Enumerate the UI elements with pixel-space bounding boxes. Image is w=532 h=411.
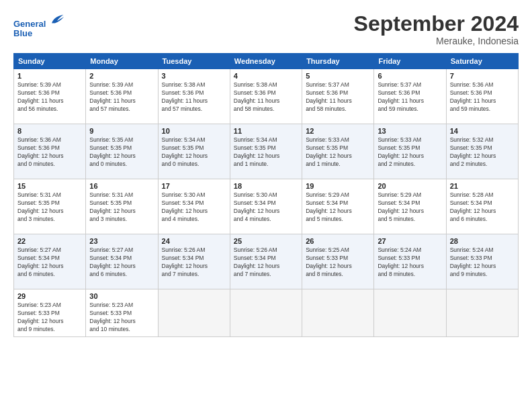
calendar-cell: 24Sunrise: 5:26 AM Sunset: 5:34 PM Dayli… xyxy=(158,234,230,289)
calendar-cell: 17Sunrise: 5:30 AM Sunset: 5:34 PM Dayli… xyxy=(158,179,230,234)
calendar-cell: 9Sunrise: 5:35 AM Sunset: 5:35 PM Daylig… xyxy=(86,124,158,179)
day-info: Sunrise: 5:27 AM Sunset: 5:34 PM Dayligh… xyxy=(89,246,154,279)
day-info: Sunrise: 5:29 AM Sunset: 5:34 PM Dayligh… xyxy=(306,191,370,224)
calendar-cell: 23Sunrise: 5:27 AM Sunset: 5:34 PM Dayli… xyxy=(86,234,158,289)
logo-text: General xyxy=(13,12,64,29)
day-number: 17 xyxy=(162,182,226,190)
calendar-cell: 3Sunrise: 5:38 AM Sunset: 5:36 PM Daylig… xyxy=(158,69,230,124)
calendar-cell: 10Sunrise: 5:34 AM Sunset: 5:35 PM Dayli… xyxy=(158,124,230,179)
day-info: Sunrise: 5:25 AM Sunset: 5:33 PM Dayligh… xyxy=(306,246,370,279)
title-block: September 2024 Merauke, Indonesia xyxy=(354,12,519,46)
day-number: 24 xyxy=(162,237,226,245)
day-info: Sunrise: 5:35 AM Sunset: 5:35 PM Dayligh… xyxy=(89,136,154,169)
calendar-cell xyxy=(302,289,374,337)
calendar-week-row: 8Sunrise: 5:36 AM Sunset: 5:36 PM Daylig… xyxy=(14,124,519,179)
calendar-cell: 5Sunrise: 5:37 AM Sunset: 5:36 PM Daylig… xyxy=(302,69,374,124)
col-sunday: Sunday xyxy=(14,54,86,69)
calendar-cell: 12Sunrise: 5:33 AM Sunset: 5:35 PM Dayli… xyxy=(302,124,374,179)
calendar-cell: 14Sunrise: 5:32 AM Sunset: 5:35 PM Dayli… xyxy=(446,124,518,179)
calendar-cell: 16Sunrise: 5:31 AM Sunset: 5:35 PM Dayli… xyxy=(86,179,158,234)
day-number: 28 xyxy=(450,237,515,245)
day-number: 23 xyxy=(89,237,154,245)
calendar-cell: 30Sunrise: 5:23 AM Sunset: 5:33 PM Dayli… xyxy=(86,289,158,337)
logo-blue-text: Blue xyxy=(13,29,64,38)
day-number: 3 xyxy=(162,72,226,80)
day-number: 9 xyxy=(89,127,154,135)
day-info: Sunrise: 5:23 AM Sunset: 5:33 PM Dayligh… xyxy=(89,302,154,334)
day-info: Sunrise: 5:37 AM Sunset: 5:36 PM Dayligh… xyxy=(306,81,370,113)
day-number: 21 xyxy=(450,182,515,190)
day-info: Sunrise: 5:33 AM Sunset: 5:35 PM Dayligh… xyxy=(306,136,370,169)
calendar-cell xyxy=(230,289,302,337)
day-info: Sunrise: 5:24 AM Sunset: 5:33 PM Dayligh… xyxy=(450,246,515,279)
day-number: 4 xyxy=(234,72,298,80)
logo: General Blue xyxy=(13,12,64,39)
day-number: 15 xyxy=(17,182,82,190)
day-number: 10 xyxy=(162,127,226,135)
day-info: Sunrise: 5:30 AM Sunset: 5:34 PM Dayligh… xyxy=(162,191,226,224)
calendar-cell: 28Sunrise: 5:24 AM Sunset: 5:33 PM Dayli… xyxy=(446,234,518,289)
calendar-cell: 15Sunrise: 5:31 AM Sunset: 5:35 PM Dayli… xyxy=(14,179,86,234)
day-number: 18 xyxy=(234,182,298,190)
day-info: Sunrise: 5:27 AM Sunset: 5:34 PM Dayligh… xyxy=(17,246,82,279)
day-info: Sunrise: 5:26 AM Sunset: 5:34 PM Dayligh… xyxy=(234,246,298,279)
day-number: 27 xyxy=(378,237,442,245)
day-number: 5 xyxy=(306,72,370,80)
logo-bird-icon xyxy=(50,12,64,27)
day-number: 20 xyxy=(378,182,442,190)
col-wednesday: Wednesday xyxy=(230,54,302,69)
day-info: Sunrise: 5:38 AM Sunset: 5:36 PM Dayligh… xyxy=(234,81,298,113)
calendar-week-row: 22Sunrise: 5:27 AM Sunset: 5:34 PM Dayli… xyxy=(14,234,519,289)
calendar-cell: 19Sunrise: 5:29 AM Sunset: 5:34 PM Dayli… xyxy=(302,179,374,234)
calendar-week-row: 15Sunrise: 5:31 AM Sunset: 5:35 PM Dayli… xyxy=(14,179,519,234)
calendar-cell: 18Sunrise: 5:30 AM Sunset: 5:34 PM Dayli… xyxy=(230,179,302,234)
day-number: 11 xyxy=(234,127,298,135)
day-info: Sunrise: 5:23 AM Sunset: 5:33 PM Dayligh… xyxy=(17,302,82,334)
calendar-cell: 2Sunrise: 5:39 AM Sunset: 5:36 PM Daylig… xyxy=(86,69,158,124)
calendar-cell: 27Sunrise: 5:24 AM Sunset: 5:33 PM Dayli… xyxy=(374,234,446,289)
day-number: 25 xyxy=(234,237,298,245)
day-number: 1 xyxy=(17,72,82,80)
day-number: 13 xyxy=(378,127,442,135)
col-thursday: Thursday xyxy=(302,54,374,69)
day-info: Sunrise: 5:31 AM Sunset: 5:35 PM Dayligh… xyxy=(89,191,154,224)
day-number: 29 xyxy=(17,292,82,300)
day-info: Sunrise: 5:32 AM Sunset: 5:35 PM Dayligh… xyxy=(450,136,515,169)
page-header: General Blue September 2024 Merauke, Ind… xyxy=(13,12,519,46)
day-number: 22 xyxy=(17,237,82,245)
calendar-cell: 7Sunrise: 5:36 AM Sunset: 5:36 PM Daylig… xyxy=(446,69,518,124)
calendar-table: Sunday Monday Tuesday Wednesday Thursday… xyxy=(13,53,519,337)
calendar-cell: 26Sunrise: 5:25 AM Sunset: 5:33 PM Dayli… xyxy=(302,234,374,289)
day-info: Sunrise: 5:37 AM Sunset: 5:36 PM Dayligh… xyxy=(378,81,442,113)
day-info: Sunrise: 5:26 AM Sunset: 5:34 PM Dayligh… xyxy=(162,246,226,279)
calendar-cell: 11Sunrise: 5:34 AM Sunset: 5:35 PM Dayli… xyxy=(230,124,302,179)
col-monday: Monday xyxy=(86,54,158,69)
day-info: Sunrise: 5:38 AM Sunset: 5:36 PM Dayligh… xyxy=(162,81,226,113)
day-info: Sunrise: 5:39 AM Sunset: 5:36 PM Dayligh… xyxy=(17,81,82,113)
calendar-week-row: 1Sunrise: 5:39 AM Sunset: 5:36 PM Daylig… xyxy=(14,69,519,124)
calendar-cell xyxy=(446,289,518,337)
col-tuesday: Tuesday xyxy=(158,54,230,69)
calendar-cell xyxy=(374,289,446,337)
calendar-cell xyxy=(158,289,230,337)
day-info: Sunrise: 5:34 AM Sunset: 5:35 PM Dayligh… xyxy=(234,136,298,169)
calendar-cell: 1Sunrise: 5:39 AM Sunset: 5:36 PM Daylig… xyxy=(14,69,86,124)
day-number: 8 xyxy=(17,127,82,135)
day-number: 26 xyxy=(306,237,370,245)
day-number: 16 xyxy=(89,182,154,190)
calendar-header-row: Sunday Monday Tuesday Wednesday Thursday… xyxy=(14,54,519,69)
day-info: Sunrise: 5:36 AM Sunset: 5:36 PM Dayligh… xyxy=(17,136,82,169)
calendar-cell: 29Sunrise: 5:23 AM Sunset: 5:33 PM Dayli… xyxy=(14,289,86,337)
calendar-cell: 22Sunrise: 5:27 AM Sunset: 5:34 PM Dayli… xyxy=(14,234,86,289)
calendar-cell: 4Sunrise: 5:38 AM Sunset: 5:36 PM Daylig… xyxy=(230,69,302,124)
day-info: Sunrise: 5:28 AM Sunset: 5:34 PM Dayligh… xyxy=(450,191,515,224)
calendar-cell: 20Sunrise: 5:29 AM Sunset: 5:34 PM Dayli… xyxy=(374,179,446,234)
location-subtitle: Merauke, Indonesia xyxy=(354,36,519,46)
col-friday: Friday xyxy=(374,54,446,69)
calendar-week-row: 29Sunrise: 5:23 AM Sunset: 5:33 PM Dayli… xyxy=(14,289,519,337)
calendar-cell: 25Sunrise: 5:26 AM Sunset: 5:34 PM Dayli… xyxy=(230,234,302,289)
calendar-cell: 6Sunrise: 5:37 AM Sunset: 5:36 PM Daylig… xyxy=(374,69,446,124)
calendar-cell: 21Sunrise: 5:28 AM Sunset: 5:34 PM Dayli… xyxy=(446,179,518,234)
day-number: 12 xyxy=(306,127,370,135)
day-info: Sunrise: 5:34 AM Sunset: 5:35 PM Dayligh… xyxy=(162,136,226,169)
